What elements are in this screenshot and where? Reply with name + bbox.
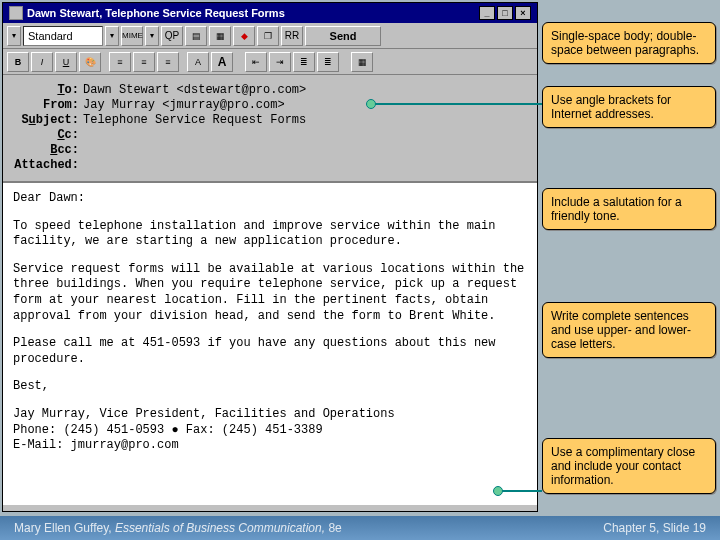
send-button[interactable]: Send — [305, 26, 381, 46]
rr-button[interactable]: RR — [281, 26, 303, 46]
connector-dot-icon-2 — [493, 486, 503, 496]
callout-brackets: Use angle brackets for Internet addresse… — [542, 86, 716, 128]
style-dropdown-icon[interactable]: ▾ — [7, 26, 21, 46]
callout-salutation: Include a salutation for a friendly tone… — [542, 188, 716, 230]
message-headers: To:Dawn Stewart <dstewart@pro.com> From:… — [3, 75, 537, 183]
font-smaller-button[interactable]: A — [187, 52, 209, 72]
from-value[interactable]: Jay Murray <jmurray@pro.com> — [83, 98, 285, 112]
align-left-icon[interactable]: ≡ — [109, 52, 131, 72]
bcc-label: Bcc: — [9, 143, 83, 157]
cc-label: Cc: — [9, 128, 83, 142]
tool-icon-2[interactable]: ▦ — [209, 26, 231, 46]
indent-right-icon[interactable]: ⇥ — [269, 52, 291, 72]
callout-sentences: Write complete sentences and use upper- … — [542, 302, 716, 358]
footer-credit: Mary Ellen Guffey, Essentials of Busines… — [14, 521, 342, 535]
bold-button[interactable]: B — [7, 52, 29, 72]
email-window: Dawn Stewart, Telephone Service Request … — [2, 2, 538, 512]
connector-line-2 — [498, 490, 542, 492]
callout-spacing: Single-space body; double-space between … — [542, 22, 716, 64]
font-dropdown-icon[interactable]: ▾ — [105, 26, 119, 46]
underline-button[interactable]: U — [55, 52, 77, 72]
app-icon — [9, 6, 23, 20]
to-label: To: — [9, 83, 83, 97]
color-icon[interactable]: 🎨 — [79, 52, 101, 72]
slide-footer: Mary Ellen Guffey, Essentials of Busines… — [0, 516, 720, 540]
copy-icon[interactable]: ❐ — [257, 26, 279, 46]
indent-left-icon[interactable]: ⇤ — [245, 52, 267, 72]
style-select[interactable]: Standard — [23, 26, 103, 46]
attached-label: Attached: — [9, 158, 83, 172]
callout-close: Use a complimentary close and include yo… — [542, 438, 716, 494]
italic-button[interactable]: I — [31, 52, 53, 72]
body-para-1: To speed telephone installation and impr… — [13, 219, 527, 250]
numbered-list-icon[interactable]: ≣ — [317, 52, 339, 72]
toolbar-top: ▾ Standard ▾ MIME ▾ QP ▤ ▦ ◆ ❐ RR Send — [3, 23, 537, 49]
close-button[interactable]: × — [515, 6, 531, 20]
body-para-2: Service request forms will be available … — [13, 262, 527, 324]
minimize-button[interactable]: _ — [479, 6, 495, 20]
font-bigger-button[interactable]: A — [211, 52, 233, 72]
to-value[interactable]: Dawn Stewart <dstewart@pro.com> — [83, 83, 306, 97]
align-right-icon[interactable]: ≡ — [157, 52, 179, 72]
signature: Jay Murray, Vice President, Facilities a… — [13, 407, 527, 454]
mime-button[interactable]: MIME — [121, 26, 143, 46]
subject-label: Subject: — [9, 113, 83, 127]
align-center-icon[interactable]: ≡ — [133, 52, 155, 72]
maximize-button[interactable]: □ — [497, 6, 513, 20]
insert-icon[interactable]: ▦ — [351, 52, 373, 72]
from-label: From: — [9, 98, 83, 112]
salutation: Dear Dawn: — [13, 191, 527, 207]
subject-value[interactable]: Telephone Service Request Forms — [83, 113, 306, 127]
footer-slide-number: Chapter 5, Slide 19 — [603, 521, 706, 535]
titlebar: Dawn Stewart, Telephone Service Request … — [3, 3, 537, 23]
body-para-3: Please call me at 451-0593 if you have a… — [13, 336, 527, 367]
tool-icon-1[interactable]: ▤ — [185, 26, 207, 46]
closing: Best, — [13, 379, 527, 395]
toolbar-format: B I U 🎨 ≡ ≡ ≡ A A ⇤ ⇥ ≣ ≣ ▦ — [3, 49, 537, 75]
list-icon[interactable]: ≣ — [293, 52, 315, 72]
connector-line — [370, 103, 542, 105]
message-body[interactable]: Dear Dawn: To speed telephone installati… — [3, 183, 537, 505]
connector-dot-icon — [366, 99, 376, 109]
window-title: Dawn Stewart, Telephone Service Request … — [27, 7, 285, 19]
priority-icon[interactable]: ◆ — [233, 26, 255, 46]
qp-button[interactable]: QP — [161, 26, 183, 46]
mime-dropdown-icon[interactable]: ▾ — [145, 26, 159, 46]
